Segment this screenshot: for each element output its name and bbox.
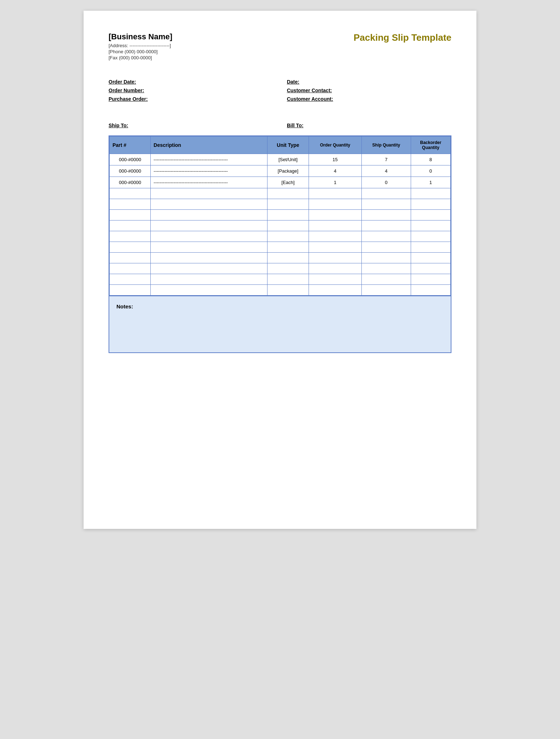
table-cell	[411, 285, 450, 296]
table-cell	[151, 210, 268, 220]
table-cell	[411, 253, 450, 263]
table-cell	[110, 199, 151, 210]
table-cell	[411, 210, 450, 220]
table-cell	[267, 253, 309, 263]
table-row	[110, 220, 451, 231]
table-cell	[151, 220, 268, 231]
table-row	[110, 242, 451, 253]
table-cell	[267, 210, 309, 220]
table-row	[110, 231, 451, 242]
table-cell	[267, 188, 309, 199]
table-row	[110, 285, 451, 296]
table-cell	[411, 263, 450, 274]
table-cell	[267, 231, 309, 242]
table-cell	[110, 242, 151, 253]
table-cell	[151, 199, 268, 210]
table-cell	[411, 274, 450, 285]
table-cell: [Set/Unit]	[267, 154, 309, 165]
table-cell	[361, 242, 411, 253]
page: [Business Name] [Address: --------------…	[84, 11, 476, 529]
table-cell: 0	[361, 177, 411, 188]
ship-to: Ship To:	[109, 123, 273, 128]
table-cell	[361, 188, 411, 199]
table-cell	[151, 242, 268, 253]
table-cell: 000-#0000	[110, 154, 151, 165]
table-row	[110, 188, 451, 199]
customer-contact-label: Customer Contact:	[287, 88, 332, 93]
table-cell	[309, 188, 361, 199]
table-row	[110, 274, 451, 285]
table-cell	[411, 220, 450, 231]
phone: [Phone (000) 000-0000]	[109, 49, 172, 54]
table-cell: 4	[361, 165, 411, 177]
table-row	[110, 210, 451, 220]
table-cell	[151, 285, 268, 296]
table-cell	[110, 220, 151, 231]
table-cell	[110, 253, 151, 263]
address: [Address: --------------------------]	[109, 43, 172, 48]
table-cell: ----------------------------------------…	[151, 154, 268, 165]
order-number-label: Order Number:	[109, 88, 144, 93]
order-right: Date: Customer Contact: Customer Account…	[287, 79, 451, 105]
customer-contact-field: Customer Contact:	[287, 88, 451, 93]
table-cell: 7	[361, 154, 411, 165]
purchase-order-field: Purchase Order:	[109, 96, 273, 102]
table-cell	[361, 220, 411, 231]
table-cell	[361, 231, 411, 242]
table-cell	[411, 231, 450, 242]
order-info: Order Date: Order Number: Purchase Order…	[109, 79, 451, 105]
business-name: [Business Name]	[109, 32, 172, 41]
table-container: Part # Description Unit Type Order Quant…	[109, 135, 451, 296]
col-header-description: Description	[151, 137, 268, 154]
table-cell	[411, 188, 450, 199]
notes-label: Notes:	[116, 303, 133, 309]
table-cell	[267, 242, 309, 253]
page-title: Packing Slip Template	[354, 32, 451, 43]
date-label: Date:	[287, 79, 299, 85]
table-row	[110, 263, 451, 274]
packing-table: Part # Description Unit Type Order Quant…	[109, 136, 451, 296]
table-cell: 1	[411, 177, 450, 188]
table-cell: 8	[411, 154, 450, 165]
order-number-field: Order Number:	[109, 88, 273, 93]
ship-bill: Ship To: Bill To:	[109, 123, 451, 128]
table-cell	[151, 253, 268, 263]
date-field: Date:	[287, 79, 451, 85]
table-cell	[267, 220, 309, 231]
table-row: 000-#0000-------------------------------…	[110, 165, 451, 177]
table-row: 000-#0000-------------------------------…	[110, 154, 451, 165]
table-cell	[361, 285, 411, 296]
table-body: 000-#0000-------------------------------…	[110, 154, 451, 296]
col-header-part: Part #	[110, 137, 151, 154]
table-cell: 15	[309, 154, 361, 165]
table-cell	[110, 188, 151, 199]
col-header-order-qty: Order Quantity	[309, 137, 361, 154]
table-cell	[309, 253, 361, 263]
table-cell	[151, 231, 268, 242]
table-cell	[309, 285, 361, 296]
table-cell	[361, 274, 411, 285]
table-cell	[361, 199, 411, 210]
table-cell	[411, 199, 450, 210]
table-cell	[411, 242, 450, 253]
table-cell	[267, 263, 309, 274]
table-cell	[361, 253, 411, 263]
table-cell: [Package]	[267, 165, 309, 177]
order-date-field: Order Date:	[109, 79, 273, 85]
notes-section: Notes:	[109, 296, 451, 353]
customer-account-label: Customer Account:	[287, 96, 333, 102]
table-cell	[110, 263, 151, 274]
table-cell: [Each]	[267, 177, 309, 188]
table-cell: 000-#0000	[110, 177, 151, 188]
table-cell	[267, 285, 309, 296]
table-cell	[110, 231, 151, 242]
table-cell	[151, 263, 268, 274]
table-cell	[361, 210, 411, 220]
table-cell	[110, 285, 151, 296]
table-row: 000-#0000-------------------------------…	[110, 177, 451, 188]
table-cell	[361, 263, 411, 274]
header: [Business Name] [Address: --------------…	[109, 32, 451, 61]
table-cell	[309, 274, 361, 285]
table-cell: ----------------------------------------…	[151, 177, 268, 188]
table-row	[110, 253, 451, 263]
